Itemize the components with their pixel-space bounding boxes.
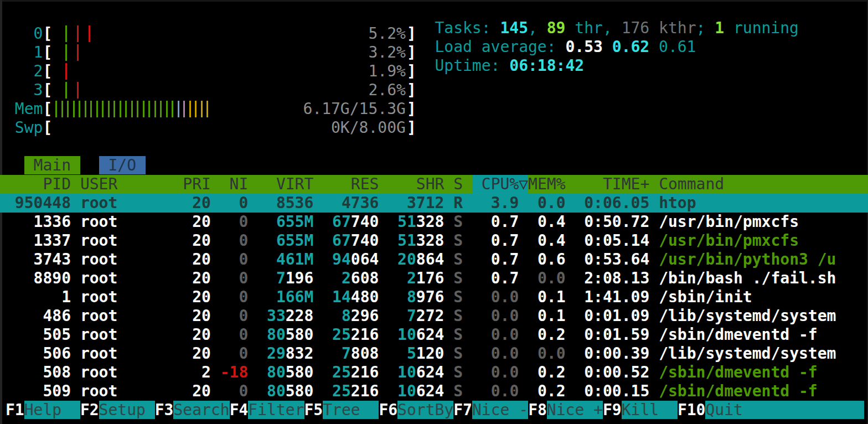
cell-gap <box>71 288 80 306</box>
cell-gap <box>649 194 659 212</box>
tab-io[interactable]: I/O <box>99 156 146 174</box>
swap-meter: Swp[0K/8.00G] <box>0 118 868 137</box>
fkey-number: F6 <box>379 401 397 419</box>
cell-gap <box>566 250 575 268</box>
fkey-number: F3 <box>155 401 174 419</box>
column-header-shr[interactable]: SHR <box>388 175 444 193</box>
cell-shr-lo: 3712 <box>407 194 444 212</box>
cell-gap <box>211 250 220 268</box>
column-header-cpu[interactable]: CPU%▽ <box>472 175 528 193</box>
cell-mem: 0.4 <box>528 213 565 231</box>
column-header-cmd[interactable]: Command <box>659 175 724 193</box>
cell-gap <box>444 363 453 381</box>
process-row-508[interactable]: 508 root 2 -18 80580 25216 10624 S 0.0 0… <box>0 363 868 382</box>
process-row-1[interactable]: 1 root 20 0 166M 14480 8976 S 0.0 0.1 1:… <box>0 288 868 307</box>
cell-virt-hi: 80 <box>257 325 286 344</box>
meter-bar-area: 3.2% <box>52 43 407 62</box>
fkey-nice[interactable]: F8Nice + <box>528 401 603 419</box>
meter-bar-area: 0K/8.00G <box>52 118 407 137</box>
process-row-950448[interactable]: 950448 root 20 0 8536 4736 3712 R 3.9 0.… <box>0 194 868 213</box>
cell-gap <box>71 269 80 287</box>
cell-gap <box>379 307 388 325</box>
cell-time: 0:00.15 <box>575 382 649 400</box>
cell-pid: 505 <box>6 325 71 344</box>
cell-res-lo: 216 <box>351 363 379 381</box>
cell-mem: 0.1 <box>528 307 565 325</box>
cell-gap <box>173 194 183 212</box>
cell-ni: 0 <box>220 382 249 400</box>
cell-gap <box>313 250 323 268</box>
cell-shr-hi <box>388 194 407 212</box>
cell-gap <box>211 194 220 212</box>
column-header-mem[interactable]: MEM% <box>528 175 565 193</box>
tabs-bar: Main I/O <box>0 156 868 175</box>
green-meter-bar <box>143 101 144 117</box>
red-meter-bar <box>77 44 79 61</box>
column-header-res[interactable]: RES <box>323 175 379 193</box>
column-header-pri[interactable]: PRI <box>183 175 211 193</box>
fkey-filter[interactable]: F4Filter <box>230 401 304 419</box>
column-header-virt[interactable]: VIRT <box>257 175 313 193</box>
process-row-1336[interactable]: 1336 root 20 0 655M 67740 51328 S 0.7 0.… <box>0 213 868 231</box>
column-header-time[interactable]: TIME+ <box>575 175 649 193</box>
cell-gap <box>71 250 80 268</box>
cell-virt-hi: 655M <box>257 231 313 250</box>
load-average: Load average: 0.53 0.62 0.61 <box>435 38 798 56</box>
cell-gap <box>211 363 220 381</box>
fkey-action-label: Setup <box>99 401 155 419</box>
uptime-segment: Uptime: <box>435 56 509 75</box>
header-gap <box>649 175 659 193</box>
process-row-486[interactable]: 486 root 20 0 33228 8296 7272 S 0.0 0.1 … <box>0 307 868 325</box>
fkey-help[interactable]: F1Help <box>6 401 80 419</box>
fkey-sortby[interactable]: F6SortBy <box>379 401 453 419</box>
process-row-509[interactable]: 509 root 20 0 80580 25216 10624 S 0.0 0.… <box>0 382 868 401</box>
cell-res-lo: 064 <box>351 250 379 268</box>
cell-pid: 486 <box>6 307 71 325</box>
cell-res-hi: 2 <box>323 269 351 287</box>
cell-gap <box>519 231 528 250</box>
fkey-tree[interactable]: F5Tree <box>304 401 379 419</box>
cell-virt-hi: 29 <box>257 344 286 363</box>
tasks-summary-segment: ; <box>696 19 715 37</box>
column-header-user[interactable]: USER <box>80 175 174 193</box>
cell-shr-hi: 20 <box>388 250 416 268</box>
cell-mem: 0.0 <box>528 269 565 287</box>
meter-bar-area: 2.6% <box>52 81 407 100</box>
meter-bracket-close: ] <box>407 24 416 43</box>
cell-gap <box>71 231 80 250</box>
column-header-s[interactable]: S <box>453 175 463 193</box>
cell-pri: 20 <box>183 344 211 363</box>
tab-main[interactable]: Main <box>24 156 80 174</box>
cell-virt-hi: 33 <box>257 307 286 325</box>
fkey-setup[interactable]: F2Setup <box>80 401 155 419</box>
fkey-number: F5 <box>304 401 323 419</box>
process-row-1337[interactable]: 1337 root 20 0 655M 67740 51328 S 0.7 0.… <box>0 231 868 250</box>
fkey-kill[interactable]: F9Kill <box>603 401 678 419</box>
process-row-3743[interactable]: 3743 root 20 0 461M 94064 20864 S 0.7 0.… <box>0 250 868 269</box>
cell-gap <box>519 363 528 381</box>
meter-label: Mem <box>6 100 43 118</box>
cell-gap <box>463 325 472 344</box>
cell-virt-hi: 7 <box>257 269 286 287</box>
fkey-nice[interactable]: F7Nice - <box>453 401 528 419</box>
fkey-quit[interactable]: F10Quit <box>678 401 864 419</box>
cell-shr-lo: 176 <box>416 269 445 287</box>
process-row-506[interactable]: 506 root 20 0 29832 7808 5120 S 0.0 0.0 … <box>0 344 868 363</box>
fkey-search[interactable]: F3Search <box>155 401 230 419</box>
cell-virt-hi: 655M <box>257 213 313 231</box>
column-header-ni[interactable]: NI <box>220 175 249 193</box>
cell-state: S <box>453 250 463 268</box>
header-gap <box>173 175 183 193</box>
cell-virt-lo: 196 <box>286 269 314 287</box>
cell-command: /usr/bin/pmxcfs <box>659 231 799 250</box>
process-row-505[interactable]: 505 root 20 0 80580 25216 10624 S 0.0 0.… <box>0 325 868 344</box>
cell-gap <box>463 344 472 363</box>
cell-shr-hi: 2 <box>388 269 416 287</box>
cell-gap <box>248 325 257 344</box>
cell-ni: 0 <box>220 213 249 231</box>
process-row-8890[interactable]: 8890 root 20 0 7196 2608 2176 S 0.7 0.0 … <box>0 269 868 288</box>
green-meter-bar <box>61 101 63 117</box>
tasks-summary-segment: 1 <box>715 19 724 37</box>
green-meter-bar <box>120 101 121 117</box>
column-header-pid[interactable]: PID <box>6 175 71 193</box>
